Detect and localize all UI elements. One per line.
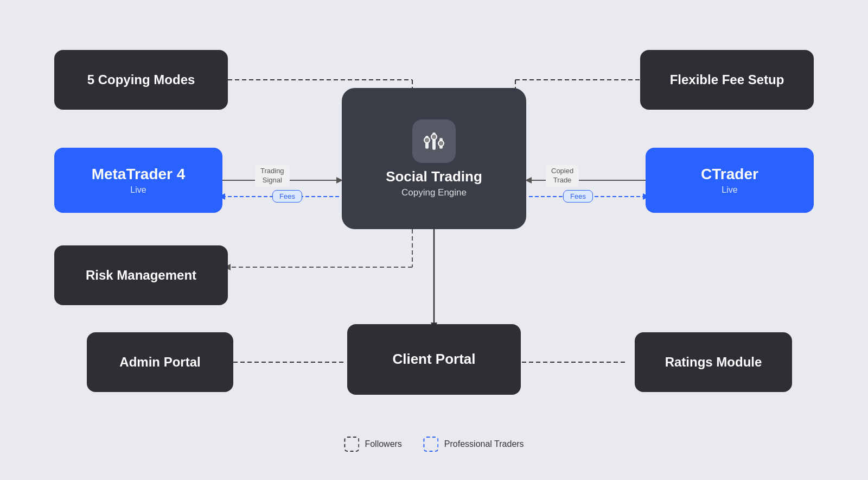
svg-point-23 bbox=[431, 134, 437, 140]
admin-label: Admin Portal bbox=[119, 355, 200, 370]
legend-professional-traders: Professional Traders bbox=[424, 437, 524, 452]
node-admin: Admin Portal bbox=[87, 332, 233, 392]
5copying-label: 5 Copying Modes bbox=[87, 72, 195, 88]
equalizer-icon bbox=[421, 128, 447, 154]
center-icon bbox=[412, 119, 456, 163]
node-ctrader: CTrader Live bbox=[646, 148, 814, 213]
legend-professional-traders-icon bbox=[424, 437, 439, 452]
center-text: Social Trading Copying Engine bbox=[386, 168, 482, 198]
legend-followers-icon bbox=[344, 437, 359, 452]
fees-left-badge: Fees bbox=[272, 190, 302, 203]
fees-left-text: Fees bbox=[279, 192, 295, 200]
legend-professional-traders-label: Professional Traders bbox=[444, 439, 524, 449]
legend-followers: Followers bbox=[344, 437, 401, 452]
ctrader-title: CTrader bbox=[701, 166, 758, 183]
node-ratings: Ratings Module bbox=[635, 332, 792, 392]
mt4-subtitle: Live bbox=[130, 185, 146, 195]
svg-point-24 bbox=[438, 141, 444, 146]
ctrader-subtitle: Live bbox=[722, 185, 737, 195]
legend-followers-label: Followers bbox=[365, 439, 401, 449]
diagram: 5 Copying Modes Flexible Fee Setup MetaT… bbox=[27, 17, 841, 463]
node-risk: Risk Management bbox=[54, 245, 228, 305]
node-5copying: 5 Copying Modes bbox=[54, 50, 228, 110]
flexible-fee-label: Flexible Fee Setup bbox=[670, 72, 784, 88]
svg-point-22 bbox=[424, 137, 430, 143]
legend: Followers Professional Traders bbox=[344, 437, 524, 452]
mt4-title: MetaTrader 4 bbox=[92, 166, 186, 183]
node-flexible-fee: Flexible Fee Setup bbox=[640, 50, 814, 110]
center-title: Social Trading bbox=[386, 168, 482, 185]
copied-trade-badge: CopiedTrade bbox=[546, 165, 579, 187]
client-label: Client Portal bbox=[392, 351, 475, 368]
risk-label: Risk Management bbox=[86, 268, 196, 283]
ratings-label: Ratings Module bbox=[665, 355, 762, 370]
node-center: Social Trading Copying Engine bbox=[342, 88, 526, 229]
node-client: Client Portal bbox=[347, 324, 521, 395]
trading-signal-badge: TradingSignal bbox=[255, 165, 290, 187]
fees-right-badge: Fees bbox=[563, 190, 593, 203]
node-mt4: MetaTrader 4 Live bbox=[54, 148, 222, 213]
fees-right-text: Fees bbox=[570, 192, 586, 200]
center-subtitle: Copying Engine bbox=[386, 187, 482, 198]
